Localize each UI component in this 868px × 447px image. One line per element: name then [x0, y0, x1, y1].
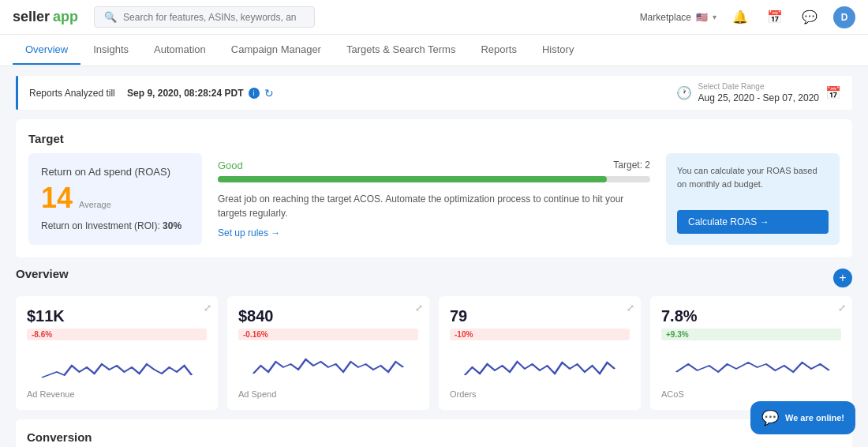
- orders-label: Orders: [450, 389, 630, 399]
- acos-value: 7.8%: [661, 307, 841, 325]
- expand-icon[interactable]: ⤢: [838, 302, 846, 314]
- tab-campaign-manager[interactable]: Campaign Manager: [219, 36, 334, 65]
- orders-value: 79: [450, 307, 630, 325]
- date-range-value: Aug 25, 2020 - Sep 07, 2020: [698, 92, 819, 103]
- roas-value: 14: [41, 184, 73, 212]
- marketplace-label: Marketplace: [640, 12, 691, 23]
- good-label: Good: [218, 160, 243, 171]
- chevron-down-icon: ▾: [713, 13, 716, 21]
- alert-bar: Reports Analyzed till Sep 9, 2020, 08:28…: [16, 76, 852, 110]
- logo-app: app: [53, 9, 78, 25]
- chat-bubble[interactable]: 💬 We are online!: [750, 401, 855, 434]
- ad-revenue-chart: [27, 350, 207, 389]
- conversion-section: Conversion Conversion Funnel i Past 14 d…: [16, 419, 852, 447]
- orders-chart: [450, 350, 630, 389]
- metrics-grid: ⤢ $11K -8.6% Ad Revenue ⤢ $840 -0.16%: [16, 296, 852, 410]
- target-desc: Great job on reaching the target ACOS. A…: [218, 192, 650, 220]
- ad-spend-chart: [238, 350, 418, 389]
- orders-badge: -10%: [450, 329, 630, 340]
- calendar-picker-icon[interactable]: 📅: [825, 85, 841, 100]
- expand-icon[interactable]: ⤢: [627, 302, 634, 314]
- date-range-label: Select Date Range: [698, 82, 819, 91]
- ad-revenue-label: Ad Revenue: [27, 389, 207, 399]
- header: sellerapp 🔍 Marketplace 🇺🇸 ▾ 🔔 📅 💬 D: [0, 0, 868, 35]
- alert-bar-left: Reports Analyzed till Sep 9, 2020, 08:28…: [29, 87, 274, 100]
- expand-icon[interactable]: ⤢: [415, 302, 423, 314]
- target-progress: Good Target: 2 Great job on reaching the…: [218, 153, 650, 245]
- acos-label: ACoS: [661, 389, 841, 399]
- roas-card: Return on Ad spend (ROAS) 14 Average Ret…: [28, 153, 202, 245]
- alert-text: Reports Analyzed till: [29, 88, 115, 99]
- target-section: Target Return on Ad spend (ROAS) 14 Aver…: [16, 119, 852, 257]
- calc-roas-button[interactable]: Calculate ROAS →: [677, 210, 829, 234]
- tab-insights[interactable]: Insights: [80, 36, 141, 65]
- overview-title: Overview: [16, 267, 69, 280]
- set-up-rules-link[interactable]: Set up rules →: [218, 227, 280, 239]
- avatar[interactable]: D: [833, 6, 855, 28]
- us-flag-icon: 🇺🇸: [696, 12, 708, 23]
- metric-card-orders: ⤢ 79 -10% Orders: [439, 296, 641, 410]
- marketplace-selector[interactable]: Marketplace 🇺🇸 ▾: [640, 12, 716, 23]
- refresh-icon[interactable]: ↻: [264, 87, 274, 100]
- calendar-icon[interactable]: 📅: [764, 6, 786, 28]
- target-status: Good Target: 2: [218, 160, 650, 171]
- metric-card-acos: ⤢ 7.8% +9.3% ACoS: [650, 296, 852, 410]
- tab-reports[interactable]: Reports: [468, 36, 529, 65]
- acos-badge: +9.3%: [661, 329, 841, 340]
- header-right: Marketplace 🇺🇸 ▾ 🔔 📅 💬 D: [640, 6, 855, 28]
- tab-automation[interactable]: Automation: [141, 36, 219, 65]
- tab-targets[interactable]: Targets & Search Terms: [334, 36, 468, 65]
- target-title: Target: [28, 132, 840, 145]
- roas-roi: Return on Investment (ROI): 30%: [41, 220, 189, 231]
- chat-bubble-icon: 💬: [761, 409, 779, 426]
- expand-icon[interactable]: ⤢: [204, 302, 211, 314]
- info-icon[interactable]: i: [249, 88, 260, 99]
- tab-overview[interactable]: Overview: [13, 36, 80, 65]
- notification-icon[interactable]: 🔔: [729, 6, 751, 28]
- roas-avg: Average: [79, 200, 111, 209]
- roas-title: Return on Ad spend (ROAS): [41, 166, 189, 178]
- clock-icon: 🕐: [676, 85, 692, 100]
- conversion-title: Conversion: [27, 430, 841, 444]
- progress-bar-fill: [218, 176, 607, 182]
- alert-date: Sep 9, 2020, 08:28:24 PDT: [127, 88, 243, 99]
- nav-tabs: Overview Insights Automation Campaign Ma…: [0, 35, 868, 66]
- ad-spend-badge: -0.16%: [238, 329, 418, 340]
- ad-spend-value: $840: [238, 307, 418, 325]
- metric-card-ad-spend: ⤢ $840 -0.16% Ad Spend: [227, 296, 429, 410]
- search-input[interactable]: [123, 12, 297, 23]
- search-icon: 🔍: [104, 11, 117, 23]
- ad-spend-label: Ad Spend: [238, 389, 418, 399]
- overview-header: Overview +: [16, 267, 852, 288]
- metric-card-ad-revenue: ⤢ $11K -8.6% Ad Revenue: [16, 296, 218, 410]
- target-inner: Return on Ad spend (ROAS) 14 Average Ret…: [28, 153, 840, 245]
- roi-label: Return on Investment (ROI):: [41, 220, 160, 231]
- ad-revenue-badge: -8.6%: [27, 329, 207, 340]
- date-range-container: Select Date Range Aug 25, 2020 - Sep 07,…: [698, 82, 819, 103]
- content: Reports Analyzed till Sep 9, 2020, 08:28…: [0, 66, 868, 447]
- roas-tip-text: You can calculate your ROAS based on mon…: [677, 164, 829, 190]
- target-label: Target: 2: [613, 160, 650, 171]
- chat-bubble-text: We are online!: [785, 413, 844, 423]
- roi-value: 30%: [163, 220, 181, 231]
- alert-bar-right: 🕐 Select Date Range Aug 25, 2020 - Sep 0…: [676, 82, 841, 103]
- roas-tip: You can calculate your ROAS based on mon…: [666, 153, 840, 245]
- tab-history[interactable]: History: [529, 36, 586, 65]
- overview-section: Overview + ⤢ $11K -8.6% Ad Revenue: [16, 267, 852, 410]
- progress-bar-wrap: [218, 176, 650, 182]
- message-icon[interactable]: 💬: [799, 6, 821, 28]
- add-metric-button[interactable]: +: [833, 269, 852, 287]
- logo[interactable]: sellerapp: [13, 9, 78, 25]
- acos-chart: [661, 350, 841, 389]
- search-bar[interactable]: 🔍: [94, 6, 315, 28]
- ad-revenue-value: $11K: [27, 307, 207, 325]
- logo-seller: seller: [13, 9, 50, 25]
